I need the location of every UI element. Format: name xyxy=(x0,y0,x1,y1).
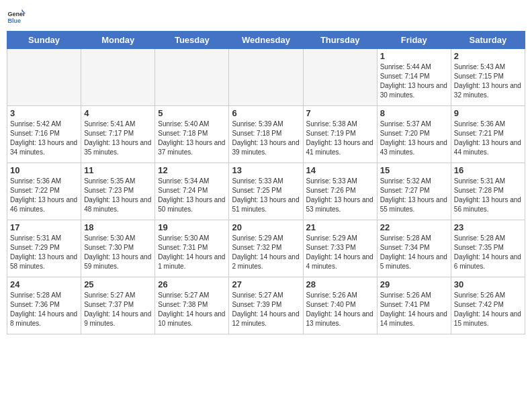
day-info: Sunrise: 5:26 AM Sunset: 7:42 PM Dayligh… xyxy=(454,291,522,328)
day-number: 24 xyxy=(10,279,78,289)
day-number: 16 xyxy=(454,165,522,175)
day-info: Sunrise: 5:28 AM Sunset: 7:34 PM Dayligh… xyxy=(380,234,448,271)
day-info: Sunrise: 5:27 AM Sunset: 7:38 PM Dayligh… xyxy=(158,291,226,328)
day-number: 22 xyxy=(380,222,448,232)
day-number: 5 xyxy=(158,108,226,118)
calendar-cell: 6Sunrise: 5:39 AM Sunset: 7:18 PM Daylig… xyxy=(229,106,303,163)
day-info: Sunrise: 5:32 AM Sunset: 7:27 PM Dayligh… xyxy=(380,177,448,214)
day-info: Sunrise: 5:38 AM Sunset: 7:19 PM Dayligh… xyxy=(306,120,374,157)
calendar-header-row: SundayMondayTuesdayWednesdayThursdayFrid… xyxy=(7,32,525,49)
calendar-cell: 5Sunrise: 5:40 AM Sunset: 7:18 PM Daylig… xyxy=(155,106,229,163)
calendar-cell: 21Sunrise: 5:29 AM Sunset: 7:33 PM Dayli… xyxy=(303,220,377,277)
calendar-cell: 13Sunrise: 5:33 AM Sunset: 7:25 PM Dayli… xyxy=(229,163,303,220)
calendar-cell: 20Sunrise: 5:29 AM Sunset: 7:32 PM Dayli… xyxy=(229,220,303,277)
day-info: Sunrise: 5:36 AM Sunset: 7:22 PM Dayligh… xyxy=(10,177,78,214)
column-header-saturday: Saturday xyxy=(451,32,525,49)
day-info: Sunrise: 5:29 AM Sunset: 7:32 PM Dayligh… xyxy=(232,234,300,271)
calendar-cell: 29Sunrise: 5:26 AM Sunset: 7:41 PM Dayli… xyxy=(377,277,451,334)
day-number: 20 xyxy=(232,222,300,232)
day-number: 2 xyxy=(454,51,522,61)
day-number: 8 xyxy=(380,108,448,118)
day-number: 4 xyxy=(84,108,152,118)
day-number: 11 xyxy=(84,165,152,175)
day-info: Sunrise: 5:27 AM Sunset: 7:39 PM Dayligh… xyxy=(232,291,300,328)
day-number: 17 xyxy=(10,222,78,232)
calendar-cell: 8Sunrise: 5:37 AM Sunset: 7:20 PM Daylig… xyxy=(377,106,451,163)
calendar-cell: 14Sunrise: 5:33 AM Sunset: 7:26 PM Dayli… xyxy=(303,163,377,220)
day-info: Sunrise: 5:30 AM Sunset: 7:30 PM Dayligh… xyxy=(84,234,152,271)
day-number: 23 xyxy=(454,222,522,232)
day-info: Sunrise: 5:39 AM Sunset: 7:18 PM Dayligh… xyxy=(232,120,300,157)
calendar-cell: 11Sunrise: 5:35 AM Sunset: 7:23 PM Dayli… xyxy=(81,163,155,220)
calendar-cell: 26Sunrise: 5:27 AM Sunset: 7:38 PM Dayli… xyxy=(155,277,229,334)
day-info: Sunrise: 5:29 AM Sunset: 7:33 PM Dayligh… xyxy=(306,234,374,271)
day-info: Sunrise: 5:30 AM Sunset: 7:31 PM Dayligh… xyxy=(158,234,226,271)
calendar-cell: 10Sunrise: 5:36 AM Sunset: 7:22 PM Dayli… xyxy=(7,163,81,220)
calendar-cell: 30Sunrise: 5:26 AM Sunset: 7:42 PM Dayli… xyxy=(451,277,525,334)
day-number: 10 xyxy=(10,165,78,175)
calendar-cell: 16Sunrise: 5:31 AM Sunset: 7:28 PM Dayli… xyxy=(451,163,525,220)
day-number: 27 xyxy=(232,279,300,289)
column-header-tuesday: Tuesday xyxy=(155,32,229,49)
calendar-cell xyxy=(229,49,303,106)
day-number: 12 xyxy=(158,165,226,175)
day-number: 7 xyxy=(306,108,374,118)
day-info: Sunrise: 5:33 AM Sunset: 7:25 PM Dayligh… xyxy=(232,177,300,214)
calendar-cell: 28Sunrise: 5:26 AM Sunset: 7:40 PM Dayli… xyxy=(303,277,377,334)
logo: General Blue xyxy=(7,7,26,26)
day-number: 15 xyxy=(380,165,448,175)
calendar-cell: 24Sunrise: 5:28 AM Sunset: 7:36 PM Dayli… xyxy=(7,277,81,334)
calendar-cell: 18Sunrise: 5:30 AM Sunset: 7:30 PM Dayli… xyxy=(81,220,155,277)
day-number: 26 xyxy=(158,279,226,289)
day-number: 6 xyxy=(232,108,300,118)
week-row-4: 24Sunrise: 5:28 AM Sunset: 7:36 PM Dayli… xyxy=(7,277,525,334)
day-info: Sunrise: 5:44 AM Sunset: 7:14 PM Dayligh… xyxy=(380,62,448,100)
day-info: Sunrise: 5:31 AM Sunset: 7:29 PM Dayligh… xyxy=(10,234,78,271)
calendar-cell: 23Sunrise: 5:28 AM Sunset: 7:35 PM Dayli… xyxy=(451,220,525,277)
week-row-3: 17Sunrise: 5:31 AM Sunset: 7:29 PM Dayli… xyxy=(7,220,525,277)
day-info: Sunrise: 5:28 AM Sunset: 7:35 PM Dayligh… xyxy=(454,234,522,271)
day-number: 3 xyxy=(10,108,78,118)
week-row-1: 3Sunrise: 5:42 AM Sunset: 7:16 PM Daylig… xyxy=(7,106,525,163)
calendar-cell: 7Sunrise: 5:38 AM Sunset: 7:19 PM Daylig… xyxy=(303,106,377,163)
calendar-cell: 1Sunrise: 5:44 AM Sunset: 7:14 PM Daylig… xyxy=(377,49,451,106)
day-info: Sunrise: 5:37 AM Sunset: 7:20 PM Dayligh… xyxy=(380,120,448,157)
column-header-sunday: Sunday xyxy=(7,32,81,49)
calendar-cell: 2Sunrise: 5:43 AM Sunset: 7:15 PM Daylig… xyxy=(451,49,525,106)
calendar-cell: 4Sunrise: 5:41 AM Sunset: 7:17 PM Daylig… xyxy=(81,106,155,163)
day-number: 18 xyxy=(84,222,152,232)
calendar-cell: 15Sunrise: 5:32 AM Sunset: 7:27 PM Dayli… xyxy=(377,163,451,220)
day-info: Sunrise: 5:43 AM Sunset: 7:15 PM Dayligh… xyxy=(454,62,522,100)
day-info: Sunrise: 5:33 AM Sunset: 7:26 PM Dayligh… xyxy=(306,177,374,214)
day-info: Sunrise: 5:42 AM Sunset: 7:16 PM Dayligh… xyxy=(10,120,78,157)
logo-icon: General Blue xyxy=(7,7,26,26)
day-number: 25 xyxy=(84,279,152,289)
day-number: 29 xyxy=(380,279,448,289)
day-info: Sunrise: 5:28 AM Sunset: 7:36 PM Dayligh… xyxy=(10,291,78,328)
calendar-cell: 3Sunrise: 5:42 AM Sunset: 7:16 PM Daylig… xyxy=(7,106,81,163)
header: General Blue xyxy=(7,7,525,26)
day-info: Sunrise: 5:35 AM Sunset: 7:23 PM Dayligh… xyxy=(84,177,152,214)
calendar-cell xyxy=(81,49,155,106)
day-number: 21 xyxy=(306,222,374,232)
calendar-cell xyxy=(155,49,229,106)
week-row-2: 10Sunrise: 5:36 AM Sunset: 7:22 PM Dayli… xyxy=(7,163,525,220)
calendar-cell xyxy=(7,49,81,106)
calendar-cell xyxy=(303,49,377,106)
column-header-monday: Monday xyxy=(81,32,155,49)
column-header-wednesday: Wednesday xyxy=(229,32,303,49)
calendar-cell: 25Sunrise: 5:27 AM Sunset: 7:37 PM Dayli… xyxy=(81,277,155,334)
calendar-cell: 27Sunrise: 5:27 AM Sunset: 7:39 PM Dayli… xyxy=(229,277,303,334)
calendar-table: SundayMondayTuesdayWednesdayThursdayFrid… xyxy=(7,31,525,334)
day-info: Sunrise: 5:41 AM Sunset: 7:17 PM Dayligh… xyxy=(84,120,152,157)
day-number: 9 xyxy=(454,108,522,118)
day-info: Sunrise: 5:34 AM Sunset: 7:24 PM Dayligh… xyxy=(158,177,226,214)
day-info: Sunrise: 5:31 AM Sunset: 7:28 PM Dayligh… xyxy=(454,177,522,214)
day-number: 28 xyxy=(306,279,374,289)
day-info: Sunrise: 5:36 AM Sunset: 7:21 PM Dayligh… xyxy=(454,120,522,157)
calendar-cell: 9Sunrise: 5:36 AM Sunset: 7:21 PM Daylig… xyxy=(451,106,525,163)
calendar-cell: 22Sunrise: 5:28 AM Sunset: 7:34 PM Dayli… xyxy=(377,220,451,277)
day-info: Sunrise: 5:26 AM Sunset: 7:41 PM Dayligh… xyxy=(380,291,448,328)
svg-text:Blue: Blue xyxy=(7,17,21,24)
day-number: 13 xyxy=(232,165,300,175)
